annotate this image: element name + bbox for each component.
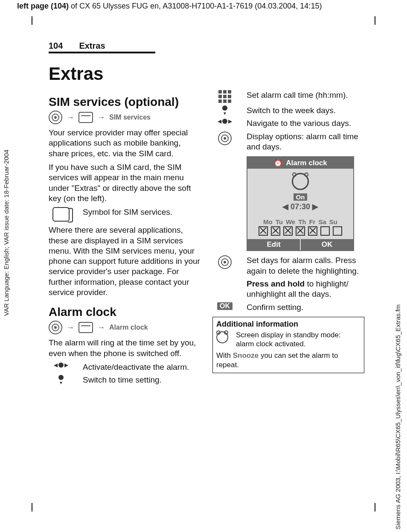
center-key-icon <box>49 111 62 124</box>
symbol-description: Symbol for SIM services. <box>83 207 201 217</box>
alarm-time: 07:30 <box>247 202 353 211</box>
crop-mark <box>367 16 375 25</box>
day-checkbox[interactable] <box>283 226 293 236</box>
day-checkbox[interactable] <box>259 226 268 236</box>
symbol-description: Confirm setting. <box>247 302 364 313</box>
manual-page: left page (104) of CX 65 Ulysses FUG en,… <box>0 0 407 532</box>
arrow-icon: → <box>67 323 74 332</box>
running-head: 104 Extras <box>49 41 155 53</box>
nav-left-right-icon <box>218 118 232 124</box>
phone-titlebar: ⏰ Alarm clock <box>247 157 353 169</box>
info-box-header: Additional information <box>216 320 360 329</box>
paragraph: If you have such a SIM card, the SIM ser… <box>49 162 201 204</box>
softkey-left[interactable]: Edit <box>247 239 300 250</box>
heading-sim-services: SIM services (optional) <box>49 95 201 109</box>
page-number: 104 <box>49 41 63 51</box>
symbol-description: Activate/deactivate the alarm. <box>83 362 201 372</box>
nav-left-right-icon <box>54 362 68 368</box>
symbol-description: Set alarm call time (hh:mm). <box>247 90 364 100</box>
info-box-row: Screen display in standby mode: alarm cl… <box>216 330 360 349</box>
phone-days-row: Mo Tu We Th Fr Sa Su <box>247 218 353 225</box>
margin-note-right: Siemens AG 2003, I:\Mobil\R65\CX65_Ulyss… <box>394 239 404 529</box>
top-banner-rest: of CX 65 Ulysses FUG en, A31008-H7100-A1… <box>69 2 322 10</box>
day-checkbox[interactable] <box>271 226 280 236</box>
content-area: 104 Extras Extras SIM services (optional… <box>49 41 364 388</box>
center-key-icon <box>218 255 232 269</box>
breadcrumb-sim: → → SIM services <box>49 111 201 124</box>
info-prefix: With <box>216 351 233 360</box>
ok-key-icon: OK <box>217 302 233 310</box>
section-name: Extras <box>79 41 105 51</box>
breadcrumb-alarm: → → Alarm clock <box>49 321 201 334</box>
day-checkbox[interactable] <box>320 226 330 236</box>
symbol-row: Symbol for SIM services. <box>49 207 201 222</box>
crop-mark <box>32 16 40 25</box>
alarm-clock-icon <box>216 331 228 343</box>
day-label: Th <box>298 218 306 225</box>
symbol-row: Set alarm call time (hh:mm). <box>212 90 364 103</box>
arrow-icon: → <box>97 323 105 332</box>
symbol-description: Switch to time setting. <box>83 375 201 385</box>
symbol-row: Display options: alarm call time and day… <box>212 132 364 152</box>
symbol-row: Set days for alarm calls. Press again to… <box>212 255 364 276</box>
breadcrumb-label: Alarm clock <box>109 324 148 331</box>
paragraph: The alarm will ring at the time set by y… <box>49 338 201 359</box>
extras-menu-icon <box>78 112 93 123</box>
symbol-row: Switch to the week days. <box>212 105 364 116</box>
nav-down-icon <box>58 375 64 385</box>
day-label: We <box>286 218 295 225</box>
day-label: Sa <box>318 218 326 225</box>
snooze-label: Snooze <box>233 351 259 360</box>
symbol-description: Navigate to the various days. <box>247 118 364 129</box>
phone-body: On 07:30 Mo Tu We Th Fr Sa Su <box>247 169 353 239</box>
sim-service-icon <box>52 207 70 222</box>
page-title: Extras <box>49 64 364 84</box>
phone-checkbox-row <box>247 226 353 236</box>
day-checkbox[interactable] <box>296 226 305 236</box>
symbol-description: Display options: alarm call time and day… <box>247 132 364 152</box>
arrow-icon: → <box>97 113 105 122</box>
crop-mark <box>32 503 40 512</box>
info-box-paragraph: With Snooze you can set the alarm to rep… <box>216 351 360 369</box>
two-columns: SIM services (optional) → → SIM services… <box>49 88 364 388</box>
top-banner-prefix: left page (104) <box>17 2 69 10</box>
symbol-description: Switch to the week days. <box>247 105 364 116</box>
info-box-text: Screen display in standby mode: alarm cl… <box>236 330 360 349</box>
heading-alarm-clock: Alarm clock <box>49 305 201 319</box>
day-label: Su <box>329 218 337 225</box>
day-label: Mo <box>263 218 273 225</box>
extras-menu-icon <box>78 322 93 333</box>
day-checkbox[interactable] <box>308 226 317 236</box>
press-hold-label: Press and hold <box>247 279 305 288</box>
alarm-state: On <box>294 193 308 201</box>
keypad-icon <box>218 90 231 103</box>
arrow-icon: → <box>67 113 74 122</box>
breadcrumb-label: SIM services <box>109 114 151 121</box>
crop-mark <box>367 503 375 512</box>
day-label: Fr <box>309 218 315 225</box>
day-checkbox[interactable] <box>333 226 342 236</box>
symbol-row: Navigate to the various days. <box>212 118 364 129</box>
additional-information-box: Additional information Screen display in… <box>212 317 364 373</box>
symbol-description: Press and hold to highlight/ unhighlight… <box>247 279 364 300</box>
day-label: Tu <box>276 218 283 225</box>
symbol-row: Press and hold to highlight/ unhighlight… <box>212 279 364 300</box>
symbol-row: Switch to time setting. <box>49 375 201 385</box>
nav-down-icon <box>222 105 227 116</box>
symbol-row: Activate/deactivate the alarm. <box>49 362 201 372</box>
softkey-right[interactable]: OK <box>300 239 353 250</box>
center-key-icon <box>218 132 232 145</box>
left-column: SIM services (optional) → → SIM services… <box>49 88 201 388</box>
center-key-icon <box>49 321 62 334</box>
alarm-title-icon: ⏰ <box>273 158 282 167</box>
right-column: Set alarm call time (hh:mm). Switch to t… <box>212 88 364 388</box>
paragraph: Where there are several applications, th… <box>49 225 201 298</box>
symbol-description: Set days for alarm calls. Press again to… <box>247 255 364 276</box>
phone-softkeys: Edit OK <box>247 239 353 250</box>
phone-screen-mock: ⏰ Alarm clock On 07:30 Mo Tu We Th Fr <box>247 156 354 251</box>
alarm-clock-icon <box>247 173 353 192</box>
margin-note-left: VAR Language: English; VAR issue date: 1… <box>3 17 13 316</box>
phone-title: Alarm clock <box>286 159 327 167</box>
paragraph: Your service provider may offer special … <box>49 128 201 159</box>
symbol-row: OK Confirm setting. <box>212 302 364 313</box>
